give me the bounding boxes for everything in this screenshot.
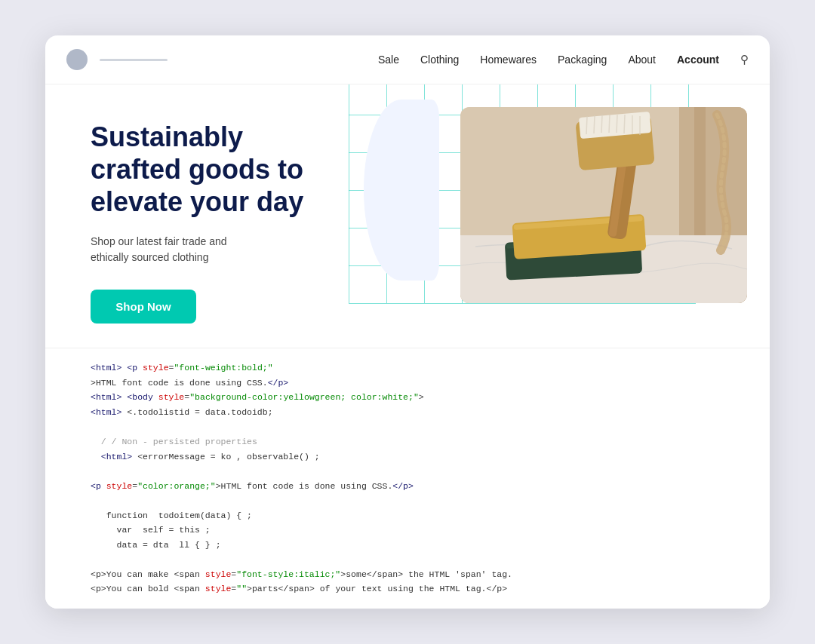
hero-title: Sustainably crafted goods to elevate you… <box>91 121 341 219</box>
product-image-container <box>460 107 747 303</box>
svg-line-13 <box>594 115 595 133</box>
search-icon[interactable]: ⚲ <box>740 53 749 66</box>
nav-item-about[interactable]: About <box>628 54 656 66</box>
nav-item-sale[interactable]: Sale <box>378 54 399 66</box>
svg-line-15 <box>609 115 610 133</box>
product-image <box>460 107 747 303</box>
main-content: Sustainably crafted goods to elevate you… <box>45 84 770 609</box>
logo-line <box>100 59 168 61</box>
nav-item-clothing[interactable]: Clothing <box>420 54 459 66</box>
code-snippet: <html> <p style="font-weight:bold;" >HTM… <box>91 360 724 596</box>
logo-circle <box>66 49 88 70</box>
shop-now-button[interactable]: Shop Now <box>91 290 196 324</box>
nav: Sale Clothing Homewares Packaging About … <box>378 53 749 66</box>
browser-window: Sale Clothing Homewares Packaging About … <box>45 35 770 609</box>
nav-item-homewares[interactable]: Homewares <box>480 54 537 66</box>
nav-item-packaging[interactable]: Packaging <box>558 54 607 66</box>
nav-item-account[interactable]: Account <box>677 54 719 66</box>
top-bar: Sale Clothing Homewares Packaging About … <box>45 35 770 84</box>
svg-line-14 <box>601 115 602 133</box>
hero-subtitle: Shop our latest fair trade and ethically… <box>91 234 257 265</box>
svg-line-16 <box>617 115 617 133</box>
svg-line-17 <box>624 115 625 133</box>
code-panel: <html> <p style="font-weight:bold;" >HTM… <box>45 348 770 609</box>
blob-shape <box>364 100 439 281</box>
svg-line-12 <box>586 116 587 134</box>
